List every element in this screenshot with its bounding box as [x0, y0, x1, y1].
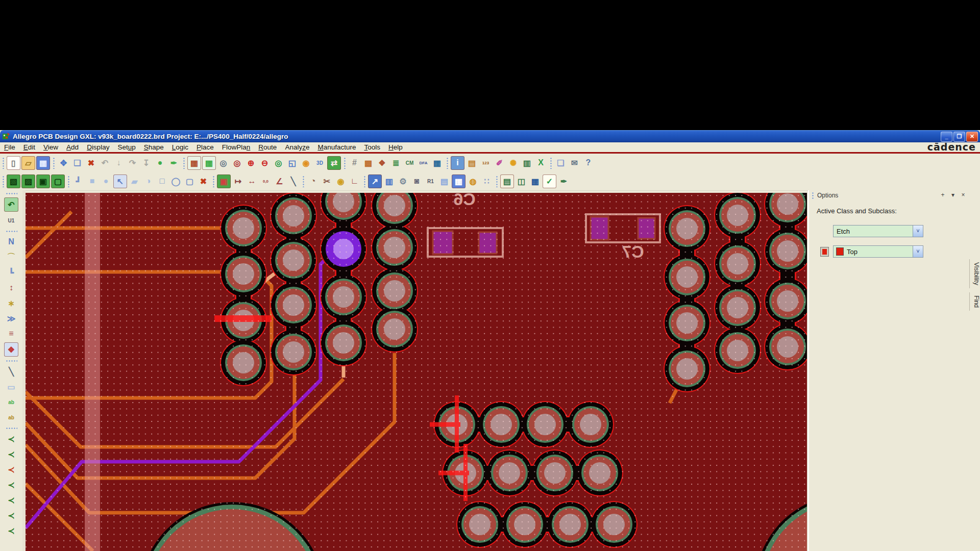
swap-ref-icon[interactable]: R1: [424, 175, 437, 188]
mail-icon[interactable]: ✉: [568, 157, 581, 169]
cm-table-icon[interactable]: CM: [403, 157, 416, 169]
toolbar-handle[interactable]: [5, 230, 17, 233]
add-connect-icon[interactable]: ┛: [72, 175, 85, 188]
new-file-icon[interactable]: ▯: [7, 156, 20, 170]
grid-panel-icon[interactable]: ▦: [452, 174, 465, 188]
toolbar-handle[interactable]: [446, 157, 449, 169]
view-3d-icon[interactable]: 3D: [313, 157, 326, 169]
redo-icon[interactable]: ↷: [126, 157, 139, 169]
menu-manufacture[interactable]: Manufacture: [313, 143, 360, 152]
menu-flowplan[interactable]: FlowPlan: [218, 143, 255, 152]
shadow-mode-icon[interactable]: ≣: [389, 157, 402, 169]
menu-route[interactable]: Route: [254, 143, 281, 152]
testpoint-icon[interactable]: ◍: [467, 175, 479, 188]
menu-analyze[interactable]: Analyze: [281, 143, 313, 152]
wrench-icon[interactable]: ⚙: [397, 175, 409, 188]
shape-circle-icon[interactable]: ●: [100, 175, 112, 188]
odb-export-icon[interactable]: ↗: [368, 174, 382, 188]
toolbar-handle[interactable]: [302, 175, 305, 187]
highlight-icon[interactable]: ✺: [507, 157, 520, 169]
highlight-seg-icon[interactable]: ◉: [334, 175, 347, 188]
window-map-icon[interactable]: ▦: [187, 156, 201, 170]
info-icon[interactable]: i: [451, 156, 464, 170]
smd-pad[interactable]: [433, 231, 453, 254]
dim-origin-icon[interactable]: 0,0: [259, 175, 272, 188]
menu-add[interactable]: Add: [62, 143, 83, 152]
select-icon[interactable]: ↖: [113, 174, 127, 188]
dehighlight-icon[interactable]: ✐: [493, 157, 506, 169]
bubble-route-icon[interactable]: ≫: [5, 312, 18, 325]
dim-line-icon[interactable]: ╲: [287, 175, 300, 188]
menu-view[interactable]: View: [39, 143, 62, 152]
save-icon[interactable]: ▦: [36, 156, 50, 170]
zoom-previous-icon[interactable]: ◎: [272, 157, 285, 169]
edit-text-icon[interactable]: ab: [5, 411, 18, 424]
net-route-icon[interactable]: N: [5, 235, 18, 248]
slide-icon[interactable]: ⌒: [5, 251, 18, 264]
panel-close-icon[interactable]: ×: [960, 191, 967, 198]
menu-place[interactable]: Place: [192, 143, 218, 152]
smd-pad[interactable]: [591, 217, 608, 240]
toolbar-handle[interactable]: [343, 157, 346, 169]
element-info-icon[interactable]: ▤: [465, 157, 478, 169]
move-route-icon[interactable]: ┗: [5, 266, 18, 279]
restore-button[interactable]: ❐: [953, 132, 965, 142]
shape-rect-icon[interactable]: ■: [86, 175, 99, 188]
rats-net-icon[interactable]: ▣: [36, 174, 50, 188]
place-component-icon[interactable]: U1: [5, 214, 18, 227]
notes-icon[interactable]: ▤: [438, 175, 451, 188]
balloon-icon[interactable]: ●: [154, 157, 166, 169]
shape-void-icon[interactable]: ✖: [197, 175, 210, 188]
move-icon[interactable]: ✥: [57, 157, 70, 169]
tab-visibility[interactable]: Visibility: [969, 259, 980, 288]
hourglass-icon[interactable]: X: [534, 157, 547, 169]
camera-icon[interactable]: ◙: [410, 175, 423, 188]
flip-design-icon[interactable]: ⇄: [327, 156, 341, 170]
toolbar-handle[interactable]: [2, 157, 5, 169]
flow-route-icon[interactable]: ≺: [5, 432, 18, 445]
toolbar-handle[interactable]: [549, 157, 552, 169]
measure-icon[interactable]: 123: [479, 157, 492, 169]
chevron-down-icon[interactable]: ˅: [913, 246, 923, 257]
smd-pad[interactable]: [479, 232, 497, 254]
logic-import-icon[interactable]: ↶: [4, 197, 18, 212]
compass-icon[interactable]: ◔: [307, 175, 320, 188]
toolbar-handle[interactable]: [67, 175, 70, 187]
panels-icon[interactable]: ▥: [383, 175, 396, 188]
panel-grip[interactable]: [812, 192, 814, 199]
flow-box-icon[interactable]: ≺: [5, 493, 18, 507]
flow-end-icon[interactable]: ≺: [5, 524, 18, 537]
angle-probe-icon[interactable]: ∟: [348, 175, 361, 188]
class-dropdown[interactable]: Etch ˅: [833, 225, 923, 237]
chevron-down-icon[interactable]: ˅: [913, 226, 923, 237]
shape-pshape-icon[interactable]: ◑: [142, 175, 155, 188]
via-structure-icon[interactable]: ❖: [4, 342, 18, 357]
toolbar-handle[interactable]: [212, 175, 215, 187]
knife-icon[interactable]: ✂: [321, 175, 333, 188]
close-button[interactable]: ✕: [966, 132, 978, 142]
color-swap-icon[interactable]: ❖: [376, 157, 388, 169]
pop-icon[interactable]: ↧: [140, 157, 153, 169]
menu-tools[interactable]: Tools: [360, 143, 384, 152]
copy-doc-icon[interactable]: ❑: [554, 157, 567, 169]
help-icon[interactable]: ?: [582, 157, 595, 169]
toolbar-handle[interactable]: [52, 157, 55, 169]
rats-all-icon[interactable]: ▧: [7, 174, 20, 188]
pin-icon[interactable]: +: [939, 191, 946, 198]
net-table-icon[interactable]: ▦: [431, 157, 444, 169]
toolbar-handle[interactable]: [495, 175, 498, 187]
pcb-design-canvas[interactable]: C6C7: [26, 193, 807, 551]
calendar-table-icon[interactable]: ▦: [529, 175, 542, 188]
vertex-icon[interactable]: ∗: [5, 296, 18, 310]
unrats-net-icon[interactable]: ▢: [51, 174, 65, 188]
rectangle-icon[interactable]: ▭: [5, 380, 18, 393]
menu-shape[interactable]: Shape: [140, 143, 168, 152]
zoom-in-icon[interactable]: ⊕: [244, 157, 257, 169]
smd-pad[interactable]: [638, 218, 655, 239]
fanout-icon[interactable]: ≡: [5, 327, 18, 340]
add-text-icon[interactable]: ab: [5, 395, 18, 409]
window-tile-icon[interactable]: ▦: [202, 156, 216, 170]
open-file-icon[interactable]: ▱: [21, 156, 35, 170]
dfa-table-icon[interactable]: DFA: [417, 157, 430, 169]
menu-logic[interactable]: Logic: [168, 143, 192, 152]
